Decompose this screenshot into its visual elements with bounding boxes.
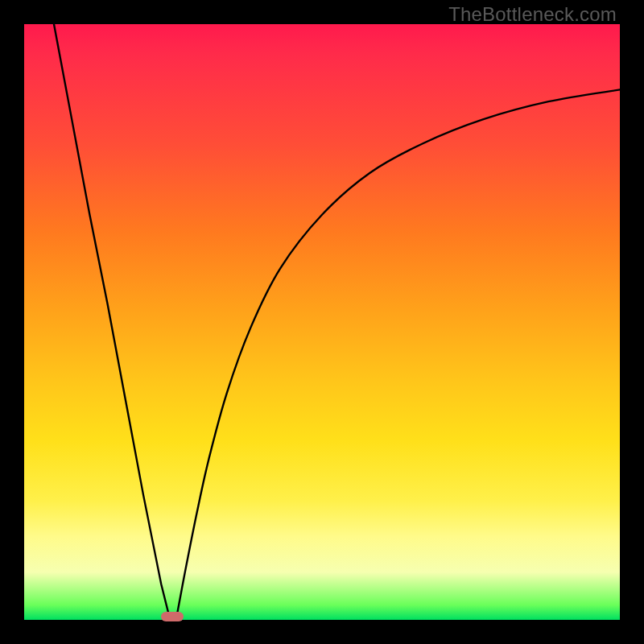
- plot-area: [24, 24, 620, 620]
- watermark-text: TheBottleneck.com: [448, 3, 617, 26]
- optimum-marker: [161, 612, 184, 621]
- chart-frame: TheBottleneck.com: [0, 0, 644, 644]
- curve-svg: [24, 24, 620, 620]
- curve-right: [176, 89, 620, 620]
- curve-left: [54, 24, 170, 620]
